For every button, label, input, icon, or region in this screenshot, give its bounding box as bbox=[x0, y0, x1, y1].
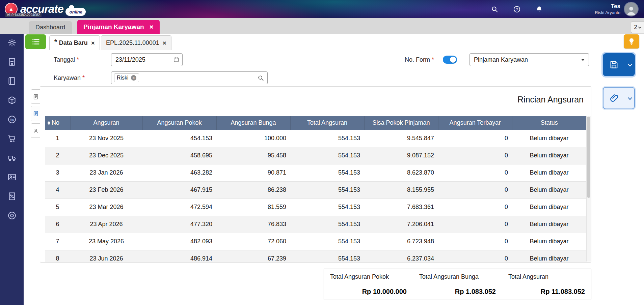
column-header-3[interactable]: Angsuran Bunga bbox=[216, 116, 290, 130]
table-cell: 6 bbox=[45, 216, 70, 233]
save-options-caret[interactable] bbox=[625, 53, 635, 76]
karyawan-input[interactable]: Riski × bbox=[111, 71, 268, 84]
sidebar-item-tax[interactable] bbox=[4, 189, 20, 204]
table-row[interactable]: 423 Feb 2026467.91586.238554.1538.155.95… bbox=[45, 181, 586, 199]
panel-side-tab-detail[interactable] bbox=[31, 89, 40, 104]
app: ▲ accurate online v1.0.1#3382-2224082 ? bbox=[0, 0, 644, 305]
table-row[interactable]: 523 Mar 2026472.59481.559554.1537.683.36… bbox=[45, 199, 586, 216]
sidebar-item-cash[interactable]: Rp bbox=[4, 112, 20, 127]
rincian-angsuran-panel: Rincian Angsuran NoAngsuranAngsuran Poko… bbox=[40, 86, 591, 263]
header-actions: ? bbox=[490, 0, 543, 18]
toggle-knob bbox=[450, 57, 456, 63]
close-tab-icon[interactable]: × bbox=[150, 23, 154, 30]
save-button[interactable] bbox=[603, 53, 635, 76]
svg-text:?: ? bbox=[516, 7, 518, 11]
subtab-epl-document[interactable]: EPL.2025.11.00001 × bbox=[101, 35, 171, 50]
hint-button[interactable] bbox=[624, 34, 639, 49]
avatar[interactable] bbox=[624, 2, 638, 16]
required-marker: * bbox=[77, 56, 79, 63]
no-form-label: No. Form* bbox=[405, 53, 434, 66]
panel-side-tab-person[interactable] bbox=[31, 123, 40, 138]
table-cell: 1 bbox=[45, 130, 70, 147]
sidebar-item-purchases[interactable] bbox=[4, 131, 20, 146]
table-cell: 554.153 bbox=[290, 181, 364, 199]
no-form-toggle[interactable] bbox=[443, 56, 457, 64]
help-button[interactable]: ? bbox=[512, 5, 521, 13]
chevron-down-icon bbox=[628, 95, 632, 100]
module-menu-button[interactable] bbox=[25, 34, 46, 49]
table-row[interactable]: 223 Dec 2025458.69595.458554.1539.087.15… bbox=[45, 147, 586, 164]
sidebar-item-apps[interactable] bbox=[4, 208, 20, 223]
subtab-data-baru[interactable]: * Data Baru × bbox=[49, 35, 100, 50]
column-header-0[interactable]: No bbox=[45, 116, 70, 130]
tab-pinjaman-karyawan[interactable]: Pinjaman Karyawan × bbox=[77, 20, 160, 34]
close-subtab-icon[interactable]: × bbox=[91, 40, 95, 46]
sidebar-item-settings[interactable] bbox=[4, 35, 20, 50]
attachment-button[interactable] bbox=[603, 87, 635, 109]
sidebar-item-sales-delivery[interactable] bbox=[4, 151, 20, 165]
scrollbar-thumb[interactable] bbox=[587, 117, 590, 198]
subtab-label: EPL.2025.11.00001 bbox=[106, 39, 159, 47]
online-badge-label: online bbox=[70, 9, 82, 14]
sidebar-item-ledger[interactable] bbox=[4, 74, 20, 88]
column-header-6[interactable]: Angsuran Terbayar bbox=[438, 116, 512, 130]
table-row[interactable]: 823 Jun 2026486.91467.239554.1536.237.03… bbox=[45, 250, 586, 263]
box-icon bbox=[7, 95, 17, 105]
calendar-icon[interactable] bbox=[173, 56, 180, 63]
sidebar-item-employees[interactable] bbox=[4, 170, 20, 184]
column-header-5[interactable]: Sisa Pokok Pinjaman bbox=[364, 116, 438, 130]
chip-label: Riski bbox=[117, 75, 129, 81]
circle-app-icon bbox=[7, 211, 17, 220]
table-row[interactable]: 323 Jan 2026463.28290.871554.1538.623.87… bbox=[45, 164, 586, 181]
table-cell: 72.060 bbox=[216, 233, 290, 250]
sidebar-item-company[interactable] bbox=[4, 55, 20, 69]
list-icon bbox=[31, 37, 41, 47]
tanggal-input[interactable]: 23/11/2025 bbox=[111, 53, 183, 66]
sidebar-item-inventory[interactable] bbox=[4, 93, 20, 108]
table-cell: 2 bbox=[45, 147, 70, 164]
table-cell: 23 Jun 2026 bbox=[70, 250, 142, 263]
table-cell: Belum dibayar bbox=[512, 164, 586, 181]
table-row[interactable]: 723 May 2026482.09372.060554.1536.723.94… bbox=[45, 233, 586, 250]
table-cell: 23 Apr 2026 bbox=[70, 216, 142, 233]
document-list-icon bbox=[33, 111, 39, 117]
search-button[interactable] bbox=[490, 5, 499, 13]
required-marker: * bbox=[82, 74, 85, 81]
gear-icon bbox=[7, 38, 17, 48]
user-menu[interactable]: Tes Riski Aryanto bbox=[595, 0, 638, 18]
attachment-options-caret[interactable] bbox=[625, 97, 634, 100]
form-type-select[interactable]: Pinjaman Karyawan bbox=[469, 53, 589, 66]
tab-dashboard[interactable]: Dashboard bbox=[29, 21, 72, 34]
table-cell: 554.153 bbox=[290, 250, 364, 263]
table-cell: 7 bbox=[45, 233, 70, 250]
main-tab-bar: Dashboard Pinjaman Karyawan × 2 bbox=[0, 18, 644, 34]
content: * Data Baru × EPL.2025.11.00001 × Tangga… bbox=[24, 34, 644, 305]
remove-chip-icon[interactable]: × bbox=[131, 75, 136, 81]
table-row[interactable]: 123 Nov 2025454.153100.000554.1539.545.8… bbox=[45, 130, 586, 147]
column-header-7[interactable]: Status bbox=[512, 116, 586, 130]
tax-document-icon bbox=[7, 191, 17, 201]
tab-counter[interactable]: 2 bbox=[631, 22, 644, 33]
table-row[interactable]: 623 Apr 2026477.32076.833554.1537.206.04… bbox=[45, 216, 586, 233]
table-cell: 0 bbox=[438, 250, 512, 263]
karyawan-chip[interactable]: Riski × bbox=[114, 73, 139, 82]
close-subtab-icon[interactable]: × bbox=[163, 40, 166, 46]
column-header-4[interactable]: Total Angsuran bbox=[290, 116, 364, 130]
brand[interactable]: ▲ accurate online v1.0.1#3382-2224082 bbox=[5, 0, 86, 18]
table-cell: 90.871 bbox=[216, 164, 290, 181]
table-cell: 95.458 bbox=[216, 147, 290, 164]
table-cell: 9.087.152 bbox=[364, 147, 438, 164]
column-header-1[interactable]: Angsuran bbox=[70, 116, 142, 130]
table-cell: 86.238 bbox=[216, 181, 290, 199]
search-icon[interactable] bbox=[257, 74, 264, 82]
tab-count-label: 2 bbox=[634, 24, 637, 30]
notifications-button[interactable] bbox=[535, 5, 543, 13]
panel-side-tab-installments[interactable] bbox=[31, 106, 40, 121]
table-cell: 8.155.955 bbox=[364, 181, 438, 199]
table-scrollbar[interactable] bbox=[586, 116, 591, 262]
column-header-2[interactable]: Angsuran Pokok bbox=[142, 116, 216, 130]
sort-icon[interactable] bbox=[48, 121, 50, 125]
user-company: Riski Aryanto bbox=[595, 10, 620, 16]
table-cell: 6.237.034 bbox=[364, 250, 438, 263]
total-value: Rp 10.000.000 bbox=[330, 288, 407, 296]
